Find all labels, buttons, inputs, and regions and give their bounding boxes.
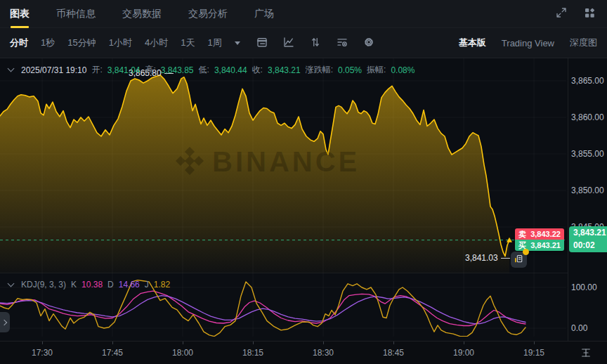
time-axis-label: 17:45 — [102, 348, 123, 358]
interval-tab[interactable]: 1小时 — [109, 37, 132, 49]
sell-buy-quote: 卖 3,843.22 买 3,843.21 — [515, 228, 564, 251]
fullscreen-icon — [555, 6, 568, 21]
time-axis-label: 17:30 — [32, 348, 53, 358]
k-label: K — [71, 280, 77, 290]
interval-tab[interactable]: 1周 — [207, 37, 221, 49]
open-value: 3,841.04 — [107, 65, 141, 75]
notification-dot — [523, 249, 529, 255]
nav-tab[interactable]: 图表 — [10, 0, 30, 28]
nav-tab[interactable]: 广场 — [254, 0, 274, 28]
high-label: 高: — [145, 64, 155, 76]
chevron-down-icon[interactable] — [8, 280, 15, 287]
price-chart[interactable] — [0, 58, 568, 273]
view-switcher: 基本版Trading View深度图 — [459, 37, 597, 49]
layout-widgets-button[interactable] — [582, 6, 597, 22]
close-label: 收: — [252, 64, 263, 76]
chart-style-button[interactable] — [281, 35, 296, 51]
current-price: 3,843.21 — [573, 227, 607, 239]
price-axis-label: 3,850.00 — [571, 186, 604, 195]
chevron-right-icon — [1, 319, 7, 325]
time-axis-label: 19:15 — [523, 348, 544, 358]
view-tab[interactable]: Trading View — [502, 38, 554, 48]
view-tab[interactable]: 深度图 — [570, 37, 597, 49]
interval-list: 分时1秒15分钟1小时4小时1天1周 — [10, 37, 235, 49]
calendar-icon — [256, 36, 268, 51]
indicator-settings-button[interactable] — [334, 35, 350, 51]
time-axis-tick — [183, 342, 183, 344]
nav-tab[interactable]: 交易数据 — [122, 0, 162, 28]
ohlc-header: 2025/07/31 19:10 开: 3,841.04 高: 3,843.85… — [8, 64, 415, 76]
view-tab[interactable]: 基本版 — [459, 37, 486, 49]
gear-icon — [363, 36, 375, 51]
time-axis-tick — [393, 342, 394, 344]
low-point-label: 3,841.03 — [465, 253, 498, 263]
interval-tab[interactable]: 分时 — [10, 37, 28, 49]
time-axis-tick — [253, 342, 254, 344]
trading-chart-page: 图表币种信息交易数据交易分析广场 — [0, 0, 607, 364]
sell-label: 卖 — [518, 229, 526, 240]
layout-widgets-icon — [583, 6, 596, 21]
open-label: 开: — [91, 64, 102, 76]
change-label: 涨跌幅: — [306, 64, 333, 76]
interval-tab[interactable]: 15分钟 — [67, 37, 96, 49]
d-label: D — [107, 280, 114, 290]
nav-right-actions — [554, 6, 597, 22]
kdj-title: KDJ(9, 3, 3) — [21, 280, 66, 290]
sell-price: 3,843.22 — [530, 230, 561, 238]
time-axis-tick — [464, 342, 464, 344]
orderbook-toggle-button[interactable] — [511, 252, 527, 268]
list-settings-icon — [336, 36, 348, 51]
kdj-expand-button[interactable] — [0, 312, 10, 332]
amplitude-value: 0.08% — [391, 65, 415, 75]
candle-countdown: 00:02 — [573, 240, 607, 252]
annotation-dash — [501, 258, 510, 259]
low-value: 3,840.44 — [214, 65, 247, 75]
time-axis-label: 18:00 — [172, 348, 193, 358]
time-axis-tick — [42, 342, 43, 344]
j-value: 1.82 — [154, 280, 170, 290]
time-axis-label: 18:45 — [383, 348, 404, 358]
chart-settings-button[interactable] — [361, 35, 377, 51]
time-axis-label: 19:00 — [453, 348, 474, 358]
time-axis-tick — [112, 342, 113, 344]
close-value: 3,843.21 — [268, 65, 301, 75]
interval-tab[interactable]: 1秒 — [41, 37, 55, 49]
d-value: 14.66 — [119, 280, 140, 290]
interval-tab[interactable]: 1天 — [181, 37, 195, 49]
time-axis[interactable]: 17:3017:4518:0018:1518:3018:4519:0019:15 — [0, 341, 607, 364]
chevron-down-icon[interactable] — [8, 65, 15, 72]
price-axis-divider — [568, 58, 568, 364]
fullscreen-button[interactable] — [554, 6, 569, 22]
low-label: 低: — [199, 64, 209, 76]
panel-divider[interactable] — [0, 273, 568, 273]
price-axis-label: 3,860.00 — [571, 112, 604, 122]
time-axis-tick — [534, 342, 535, 344]
ohlc-datetime: 2025/07/31 19:10 — [21, 65, 86, 75]
nav-tab[interactable]: 交易分析 — [188, 0, 228, 28]
price-scale-icon — [580, 347, 592, 360]
buy-price: 3,843.21 — [530, 241, 561, 249]
price-axis-label: 3,865.00 — [571, 76, 604, 86]
sell-quote: 卖 3,843.22 — [515, 228, 564, 240]
indicators-icon — [309, 36, 322, 51]
price-scale-button[interactable] — [579, 346, 593, 360]
change-value: 0.05% — [338, 65, 362, 75]
orderbook-icon — [513, 253, 525, 267]
time-axis-label: 18:30 — [313, 348, 334, 358]
interval-tab[interactable]: 4小时 — [145, 37, 168, 49]
j-label: J — [145, 280, 149, 290]
amplitude-label: 振幅: — [367, 64, 386, 76]
top-nav: 图表币种信息交易数据交易分析广场 — [0, 0, 607, 28]
low-point-annotation: 3,841.03 — [465, 253, 510, 263]
time-axis-label: 18:15 — [242, 348, 263, 358]
current-price-badge: 3,843.21 00:02 — [569, 226, 607, 252]
nav-tab[interactable]: 币种信息 — [56, 0, 96, 28]
buy-quote: 买 3,843.21 — [515, 240, 564, 251]
kdj-axis-label: 0.00 — [571, 323, 587, 333]
time-axis-tick — [323, 342, 324, 344]
more-intervals-caret-icon[interactable] — [235, 41, 240, 45]
k-value: 10.38 — [81, 280, 103, 290]
kdj-header: KDJ(9, 3, 3) K 10.38 D 14.66 J 1.82 — [8, 280, 170, 290]
interval-settings-button[interactable] — [254, 35, 270, 51]
indicators-button[interactable] — [308, 35, 323, 51]
